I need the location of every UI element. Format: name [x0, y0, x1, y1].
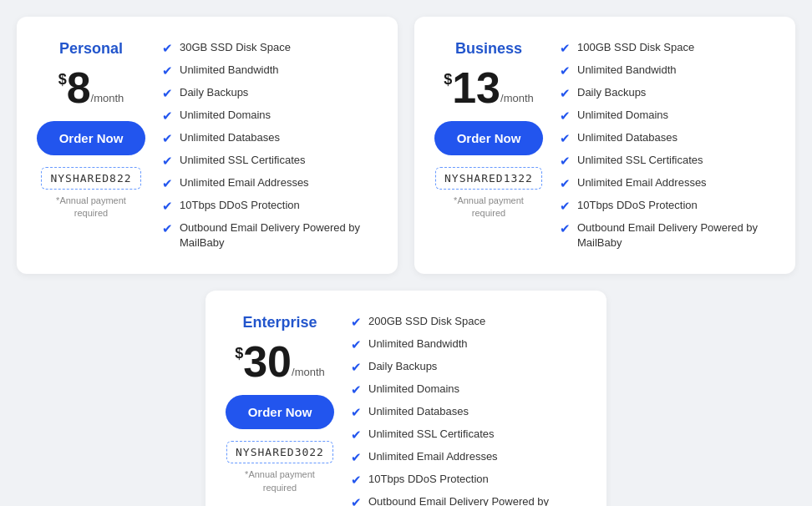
- list-item: ✔Unlimited Databases: [560, 130, 775, 146]
- check-icon: ✔: [162, 41, 173, 56]
- business-dollar-sign: $: [444, 71, 452, 89]
- list-item: ✔Unlimited Bandwidth: [162, 63, 378, 78]
- list-item: ✔Unlimited Bandwidth: [560, 63, 775, 78]
- check-icon: ✔: [162, 154, 173, 169]
- business-features-list: ✔100GB SSD Disk Space✔Unlimited Bandwidt…: [560, 40, 775, 250]
- list-item: ✔Outbound Email Delivery Powered by Mail…: [560, 220, 775, 250]
- personal-coupon-code[interactable]: NYSHARED822: [41, 167, 140, 190]
- enterprise-features-list: ✔200GB SSD Disk Space✔Unlimited Bandwidt…: [351, 314, 586, 506]
- check-icon: ✔: [560, 221, 571, 236]
- check-icon: ✔: [162, 199, 173, 214]
- business-price-row: $ 13 /month: [444, 66, 534, 109]
- feature-text: Unlimited Databases: [577, 130, 678, 145]
- check-icon: ✔: [560, 176, 571, 191]
- check-icon: ✔: [560, 63, 571, 78]
- check-icon: ✔: [351, 337, 362, 352]
- check-icon: ✔: [560, 154, 571, 169]
- enterprise-order-button[interactable]: Order Now: [226, 395, 334, 429]
- business-plan-title: Business: [455, 40, 522, 58]
- list-item: ✔Unlimited Domains: [162, 108, 378, 124]
- check-icon: ✔: [351, 473, 362, 488]
- list-item: ✔Outbound Email Delivery Powered by Mail…: [162, 220, 378, 250]
- check-icon: ✔: [351, 315, 362, 330]
- feature-text: 10Tbps DDoS Protection: [577, 198, 698, 213]
- feature-text: Unlimited Databases: [180, 130, 280, 145]
- enterprise-price-period: /month: [292, 366, 325, 378]
- list-item: ✔Daily Backups: [351, 359, 586, 375]
- personal-price-period: /month: [91, 92, 124, 104]
- list-item: ✔10Tbps DDoS Protection: [351, 472, 586, 488]
- feature-text: Unlimited SSL Certificates: [180, 153, 306, 168]
- list-item: ✔Unlimited Domains: [351, 382, 586, 397]
- check-icon: ✔: [560, 86, 571, 101]
- feature-text: Outbound Email Delivery Powered by MailB…: [180, 220, 378, 250]
- business-annual-note: *Annual paymentrequired: [454, 195, 524, 220]
- feature-text: Unlimited Email Addresses: [180, 175, 309, 190]
- feature-text: Outbound Email Delivery Powered by MailB…: [368, 494, 586, 506]
- business-order-button[interactable]: Order Now: [434, 121, 543, 155]
- list-item: ✔Daily Backups: [162, 85, 378, 101]
- check-icon: ✔: [351, 428, 362, 443]
- list-item: ✔Unlimited Bandwidth: [351, 336, 586, 352]
- enterprise-coupon-code[interactable]: NYSHARED3022: [226, 441, 333, 463]
- feature-text: Unlimited Bandwidth: [368, 336, 468, 352]
- feature-text: 10Tbps DDoS Protection: [180, 198, 300, 213]
- business-card-left: Business $ 13 /month Order Now NYSHARED1…: [434, 40, 543, 250]
- enterprise-dollar-sign: $: [235, 345, 243, 362]
- personal-features-list: ✔30GB SSD Disk Space✔Unlimited Bandwidth…: [162, 40, 378, 250]
- feature-text: Unlimited Email Addresses: [368, 449, 498, 464]
- check-icon: ✔: [162, 221, 173, 236]
- feature-text: Unlimited Bandwidth: [180, 63, 279, 78]
- check-icon: ✔: [162, 86, 173, 101]
- list-item: ✔Unlimited Databases: [162, 130, 378, 146]
- feature-text: Daily Backups: [577, 85, 646, 100]
- feature-text: Daily Backups: [180, 85, 248, 100]
- enterprise-annual-note: *Annual paymentrequired: [245, 468, 315, 494]
- personal-plan-title: Personal: [59, 40, 123, 58]
- check-icon: ✔: [351, 450, 362, 465]
- check-icon: ✔: [351, 405, 362, 420]
- feature-text: Outbound Email Delivery Powered by MailB…: [577, 220, 775, 250]
- check-icon: ✔: [162, 63, 173, 78]
- list-item: ✔Unlimited Email Addresses: [560, 175, 775, 191]
- check-icon: ✔: [351, 495, 362, 506]
- check-icon: ✔: [560, 131, 571, 146]
- list-item: ✔Unlimited Domains: [560, 108, 775, 124]
- personal-dollar-sign: $: [58, 71, 67, 89]
- feature-text: 200GB SSD Disk Space: [368, 314, 485, 329]
- enterprise-price-amount: 30: [243, 340, 292, 383]
- feature-text: Unlimited SSL Certificates: [368, 427, 495, 442]
- feature-text: 10Tbps DDoS Protection: [368, 472, 489, 487]
- check-icon: ✔: [162, 131, 173, 146]
- feature-text: Unlimited Databases: [368, 404, 469, 419]
- feature-text: Unlimited Domains: [368, 382, 459, 397]
- feature-text: 30GB SSD Disk Space: [180, 40, 291, 55]
- enterprise-card: Enterprise $ 30 /month Order Now NYSHARE…: [206, 291, 606, 506]
- personal-card: Personal $ 8 /month Order Now NYSHARED82…: [17, 17, 398, 274]
- check-icon: ✔: [560, 199, 571, 214]
- list-item: ✔10Tbps DDoS Protection: [162, 198, 378, 214]
- check-icon: ✔: [351, 360, 362, 375]
- check-icon: ✔: [162, 109, 173, 124]
- list-item: ✔Daily Backups: [560, 85, 775, 101]
- enterprise-plan-title: Enterprise: [242, 314, 317, 331]
- business-price-amount: 13: [452, 66, 500, 109]
- business-card: Business $ 13 /month Order Now NYSHARED1…: [414, 17, 795, 274]
- list-item: ✔10Tbps DDoS Protection: [560, 198, 775, 214]
- check-icon: ✔: [560, 109, 571, 124]
- list-item: ✔Unlimited Email Addresses: [162, 175, 378, 191]
- check-icon: ✔: [162, 176, 173, 191]
- business-price-period: /month: [500, 92, 534, 104]
- list-item: ✔Outbound Email Delivery Powered by Mail…: [351, 494, 586, 506]
- personal-annual-note: *Annual paymentrequired: [56, 195, 126, 220]
- check-icon: ✔: [351, 382, 362, 397]
- feature-text: Unlimited Bandwidth: [577, 63, 677, 78]
- list-item: ✔Unlimited SSL Certificates: [162, 153, 378, 169]
- business-coupon-code[interactable]: NYSHARED1322: [435, 167, 542, 190]
- personal-card-left: Personal $ 8 /month Order Now NYSHARED82…: [37, 40, 145, 250]
- feature-text: Unlimited Domains: [577, 108, 668, 123]
- personal-price-row: $ 8 /month: [58, 66, 124, 109]
- list-item: ✔200GB SSD Disk Space: [351, 314, 586, 330]
- personal-order-button[interactable]: Order Now: [37, 121, 145, 155]
- list-item: ✔100GB SSD Disk Space: [560, 40, 775, 56]
